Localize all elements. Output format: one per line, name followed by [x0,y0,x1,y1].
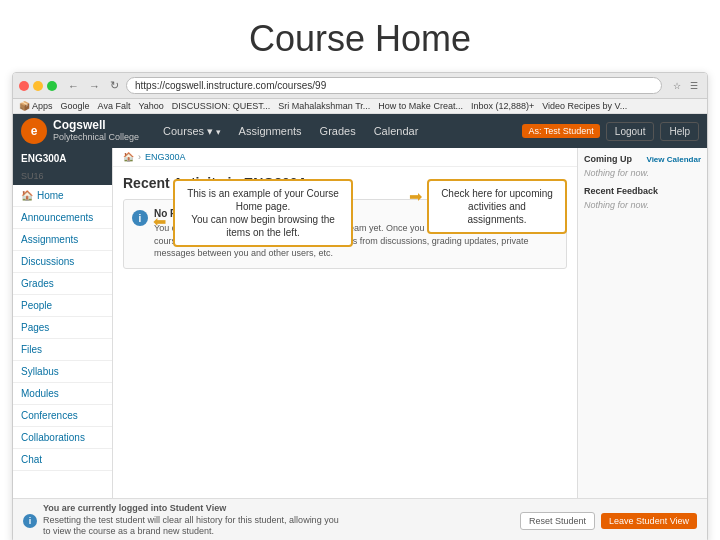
lms-bottom-bar: i You are currently logged into Student … [13,498,707,540]
bookmark-sri[interactable]: Sri Mahalakshman Tr... [278,101,370,111]
bookmark-google[interactable]: Google [61,101,90,111]
recent-feedback-section: Recent Feedback Nothing for now. [584,186,701,210]
lms-right-sidebar: Coming Up View Calendar Nothing for now.… [577,148,707,498]
forward-arrow[interactable]: → [86,79,103,93]
coming-up-nothing: Nothing for now. [584,168,701,178]
nav-assignments[interactable]: Assignments [231,121,310,141]
sidebar-item-announcements[interactable]: Announcements [13,207,112,229]
bottom-bar-right: Reset Student Leave Student View [520,512,697,530]
reset-student-button[interactable]: Reset Student [520,512,595,530]
sidebar-item-modules[interactable]: Modules [13,383,112,405]
arrow-to-sidebar: ⬅ [153,212,166,231]
sidebar-item-discussions[interactable]: Discussions [13,251,112,273]
lms-topbar-right: As: Test Student Logout Help [522,122,699,141]
info-icon: i [132,210,148,226]
sidebar-course-section: SU16 [13,169,112,185]
bookmark-how[interactable]: How to Make Creat... [378,101,463,111]
school-name: Cogswell [53,119,139,132]
back-arrow[interactable]: ← [65,79,82,93]
sidebar-item-home[interactable]: 🏠 Home [13,185,112,207]
browser-close-btn[interactable] [19,81,29,91]
browser-maximize-btn[interactable] [47,81,57,91]
callout-upcoming: Check here for upcoming activities and a… [427,179,567,234]
bookmark-ava[interactable]: Ava Falt [98,101,131,111]
sidebar-item-conferences[interactable]: Conferences [13,405,112,427]
bottom-subtext: Resetting the test student will clear al… [43,515,343,538]
sidebar-item-pages[interactable]: Pages [13,317,112,339]
logout-button[interactable]: Logout [606,122,655,141]
bottom-info-icon: i [23,514,37,528]
home-icon: 🏠 [21,190,33,201]
page-title: Course Home [0,18,720,60]
star-icon[interactable]: ☆ [670,80,684,92]
breadcrumb: 🏠 › ENG300A [113,148,577,167]
bookmark-video[interactable]: Video Recipes by V... [542,101,627,111]
sidebar-item-syllabus[interactable]: Syllabus [13,361,112,383]
lms-content: 🏠 › ENG300A Recent Activity in ENG300A i… [113,148,577,498]
sidebar-item-assignments[interactable]: Assignments [13,229,112,251]
recent-feedback-title: Recent Feedback [584,186,701,196]
browser-minimize-btn[interactable] [33,81,43,91]
browser-actions: ☆ ☰ [670,80,701,92]
nav-courses[interactable]: Courses ▾ [155,121,229,142]
bottom-bar-left: i You are currently logged into Student … [23,503,343,538]
lms-sidebar: ENG300A SU16 🏠 Home Announcements Assign… [13,148,113,498]
menu-icon[interactable]: ☰ [687,80,701,92]
breadcrumb-home-icon: 🏠 [123,152,134,162]
page-title-area: Course Home [0,0,720,72]
breadcrumb-course-link[interactable]: ENG300A [145,152,186,162]
sidebar-item-grades[interactable]: Grades [13,273,112,295]
bookmark-inbox[interactable]: Inbox (12,888)+ [471,101,534,111]
lms-logo-icon: e [21,118,47,144]
content-body: Recent Activity in ENG300A i No Recent M… [113,167,577,277]
browser-nav: ← → ↻ [65,78,122,93]
bookmark-discussion[interactable]: DISCUSSION: QUEST... [172,101,271,111]
arrow-to-upcoming: ➡ [409,187,422,206]
sidebar-item-files[interactable]: Files [13,339,112,361]
bottom-bar-texts: You are currently logged into Student Vi… [43,503,343,538]
address-bar[interactable]: https://cogswell.instructure.com/courses… [126,77,662,94]
bookmarks-bar: 📦 Apps Google Ava Falt Yahoo DISCUSSION:… [13,99,707,114]
lms-logo: e Cogswell Polytechnical College [21,118,139,144]
lms-logo-text: Cogswell Polytechnical College [53,119,139,142]
recent-feedback-nothing: Nothing for now. [584,200,701,210]
browser-frame: ← → ↻ https://cogswell.instructure.com/c… [12,72,708,540]
bottom-info-text: You are currently logged into Student Vi… [43,503,343,515]
coming-up-title: Coming Up View Calendar [584,154,701,164]
school-subtitle: Polytechnical College [53,133,139,143]
lms-nav-links: Courses ▾ Assignments Grades Calendar [155,121,522,142]
browser-chrome: ← → ↻ https://cogswell.instructure.com/c… [13,73,707,99]
help-button[interactable]: Help [660,122,699,141]
bookmark-apps[interactable]: 📦 Apps [19,101,53,111]
nav-grades[interactable]: Grades [312,121,364,141]
lms-main: ENG300A SU16 🏠 Home Announcements Assign… [13,148,707,498]
test-student-badge: As: Test Student [522,124,599,138]
sidebar-item-people[interactable]: People [13,295,112,317]
lms-topbar: e Cogswell Polytechnical College Courses… [13,114,707,148]
callout-course-home: This is an example of your Course Home p… [173,179,353,247]
leave-student-view-button[interactable]: Leave Student View [601,513,697,529]
bookmark-yahoo[interactable]: Yahoo [138,101,163,111]
view-calendar-link[interactable]: View Calendar [646,155,701,164]
refresh-btn[interactable]: ↻ [107,78,122,93]
sidebar-course-code: ENG300A [13,148,112,169]
sidebar-item-collaborations[interactable]: Collaborations [13,427,112,449]
nav-calendar[interactable]: Calendar [366,121,427,141]
sidebar-item-chat[interactable]: Chat [13,449,112,471]
coming-up-section: Coming Up View Calendar Nothing for now. [584,154,701,178]
